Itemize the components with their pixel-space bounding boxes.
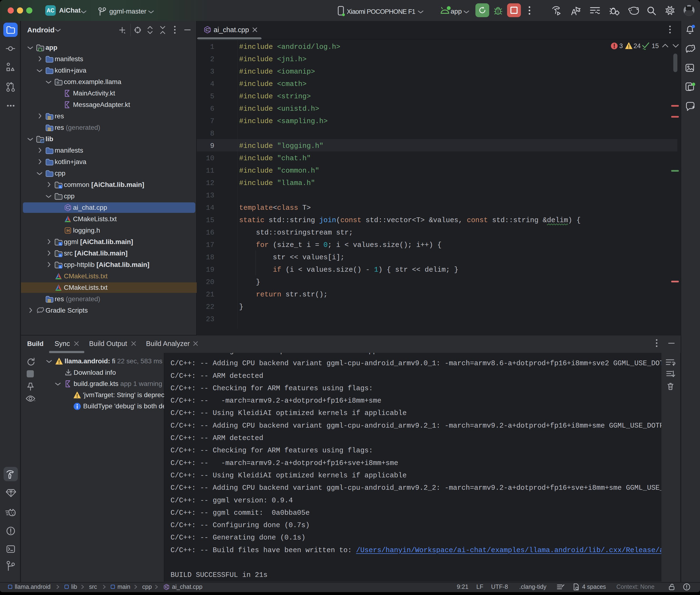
svg-text:H: H — [66, 228, 70, 233]
svg-text:+: + — [167, 587, 168, 590]
svg-text:+: + — [68, 208, 70, 211]
svg-text:+: + — [208, 30, 210, 33]
